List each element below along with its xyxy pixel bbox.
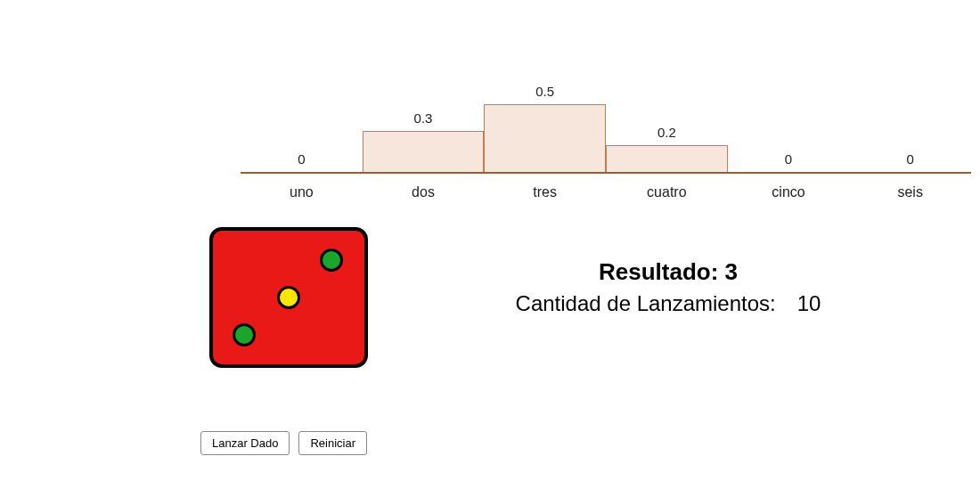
bar-rect xyxy=(363,131,485,174)
result-value: 3 xyxy=(725,258,738,285)
category-label: tres xyxy=(484,174,606,200)
die-graphic xyxy=(209,227,368,368)
category-label: uno xyxy=(241,174,363,200)
button-row: Lanzar Dado Reiniciar xyxy=(200,431,367,455)
count-label: Cantidad de Lanzamientos: xyxy=(516,291,776,315)
category-labels: uno dos tres cuatro cinco seis xyxy=(241,174,971,200)
bar-container: 0 0.3 0.5 0.2 0 0 xyxy=(241,76,971,174)
bar-value-label: 0 xyxy=(728,151,850,167)
category-label: dos xyxy=(363,174,485,200)
bar-rect xyxy=(606,145,728,174)
bar-seis: 0 xyxy=(849,76,971,174)
bar-value-label: 0.5 xyxy=(484,84,606,99)
frequency-bar-chart: 0 0.3 0.5 0.2 0 0 uno dos xyxy=(241,76,971,174)
bar-value-label: 0.3 xyxy=(363,110,485,126)
reset-button[interactable]: Reiniciar xyxy=(298,431,367,455)
die-pip-icon xyxy=(320,248,343,272)
die-pip-icon xyxy=(277,286,300,309)
bar-rect xyxy=(484,104,606,174)
result-label: Resultado: xyxy=(599,258,718,285)
bar-dos: 0.3 xyxy=(363,76,485,174)
bar-value-label: 0.2 xyxy=(606,125,728,140)
result-block: Resultado: 3 Cantidad de Lanzamientos:10 xyxy=(445,258,891,316)
count-value: 10 xyxy=(797,291,821,315)
result-line: Resultado: 3 xyxy=(445,258,891,286)
throw-die-button[interactable]: Lanzar Dado xyxy=(200,431,290,455)
die-pip-icon xyxy=(233,323,256,346)
category-label: cuatro xyxy=(606,174,728,200)
die-face xyxy=(209,227,368,368)
bar-cuatro: 0.2 xyxy=(606,76,728,174)
category-label: seis xyxy=(849,174,971,200)
bar-tres: 0.5 xyxy=(484,76,606,174)
stage: 0 0.3 0.5 0.2 0 0 uno dos xyxy=(0,0,980,497)
count-line: Cantidad de Lanzamientos:10 xyxy=(445,291,891,316)
bar-uno: 0 xyxy=(241,76,363,174)
bar-value-label: 0 xyxy=(849,151,971,167)
bar-cinco: 0 xyxy=(728,76,850,174)
bar-value-label: 0 xyxy=(241,151,363,167)
category-label: cinco xyxy=(728,174,850,200)
